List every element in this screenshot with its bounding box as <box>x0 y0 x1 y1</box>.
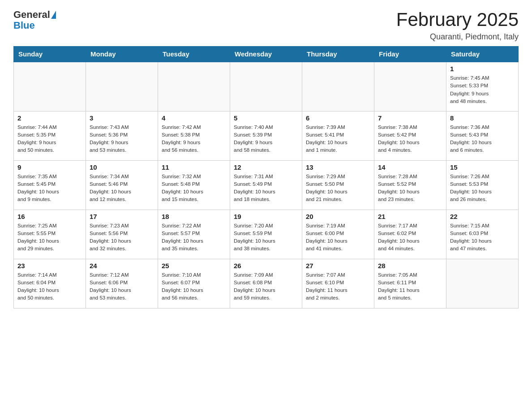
calendar-week-row: 2Sunrise: 7:44 AM Sunset: 5:35 PM Daylig… <box>14 111 519 160</box>
day-number: 15 <box>450 163 515 171</box>
day-number: 24 <box>90 262 154 270</box>
day-info: Sunrise: 7:25 AM Sunset: 5:55 PM Dayligh… <box>17 222 82 253</box>
day-info: Sunrise: 7:39 AM Sunset: 5:41 PM Dayligh… <box>306 124 370 154</box>
day-number: 19 <box>234 213 298 220</box>
day-info: Sunrise: 7:05 AM Sunset: 6:11 PM Dayligh… <box>378 271 442 302</box>
day-info: Sunrise: 7:12 AM Sunset: 6:06 PM Dayligh… <box>90 271 154 302</box>
calendar-week-row: 1Sunrise: 7:45 AM Sunset: 5:33 PM Daylig… <box>14 62 519 111</box>
day-number: 8 <box>450 114 515 122</box>
table-row: 10Sunrise: 7:34 AM Sunset: 5:46 PM Dayli… <box>86 160 158 210</box>
day-info: Sunrise: 7:28 AM Sunset: 5:52 PM Dayligh… <box>378 173 442 204</box>
header-thursday: Thursday <box>302 47 374 62</box>
calendar-week-row: 16Sunrise: 7:25 AM Sunset: 5:55 PM Dayli… <box>14 210 519 259</box>
table-row: 11Sunrise: 7:32 AM Sunset: 5:48 PM Dayli… <box>158 160 230 210</box>
day-number: 6 <box>306 114 370 122</box>
table-row: 14Sunrise: 7:28 AM Sunset: 5:52 PM Dayli… <box>374 160 446 210</box>
day-info: Sunrise: 7:14 AM Sunset: 6:04 PM Dayligh… <box>17 271 82 302</box>
table-row: 9Sunrise: 7:35 AM Sunset: 5:45 PM Daylig… <box>14 160 86 210</box>
location-subtitle: Quaranti, Piedmont, Italy <box>396 32 519 42</box>
table-row: 24Sunrise: 7:12 AM Sunset: 6:06 PM Dayli… <box>86 259 158 308</box>
logo-triangle-icon <box>51 11 56 19</box>
day-info: Sunrise: 7:09 AM Sunset: 6:08 PM Dayligh… <box>234 271 298 302</box>
table-row: 7Sunrise: 7:38 AM Sunset: 5:42 PM Daylig… <box>374 111 446 160</box>
day-info: Sunrise: 7:32 AM Sunset: 5:48 PM Dayligh… <box>162 173 226 204</box>
header-wednesday: Wednesday <box>230 47 302 62</box>
day-number: 18 <box>162 213 226 220</box>
day-number: 9 <box>17 163 82 171</box>
day-number: 14 <box>378 163 442 171</box>
day-number: 21 <box>378 213 442 220</box>
table-row: 6Sunrise: 7:39 AM Sunset: 5:41 PM Daylig… <box>302 111 374 160</box>
day-info: Sunrise: 7:34 AM Sunset: 5:46 PM Dayligh… <box>90 173 154 204</box>
day-info: Sunrise: 7:07 AM Sunset: 6:10 PM Dayligh… <box>306 271 370 302</box>
day-number: 20 <box>306 213 370 220</box>
table-row: 23Sunrise: 7:14 AM Sunset: 6:04 PM Dayli… <box>14 259 86 308</box>
day-number: 23 <box>17 262 82 270</box>
day-info: Sunrise: 7:45 AM Sunset: 5:33 PM Dayligh… <box>450 74 515 105</box>
day-info: Sunrise: 7:23 AM Sunset: 5:56 PM Dayligh… <box>90 222 154 253</box>
table-row: 3Sunrise: 7:43 AM Sunset: 5:36 PM Daylig… <box>86 111 158 160</box>
day-info: Sunrise: 7:36 AM Sunset: 5:43 PM Dayligh… <box>450 124 515 154</box>
table-row <box>14 62 86 111</box>
day-number: 10 <box>90 163 154 171</box>
table-row: 8Sunrise: 7:36 AM Sunset: 5:43 PM Daylig… <box>446 111 519 160</box>
page-header: General Blue February 2025 Quaranti, Pie… <box>13 9 519 42</box>
day-info: Sunrise: 7:10 AM Sunset: 6:07 PM Dayligh… <box>162 271 226 302</box>
header-monday: Monday <box>86 47 158 62</box>
day-number: 27 <box>306 262 370 270</box>
table-row: 5Sunrise: 7:40 AM Sunset: 5:39 PM Daylig… <box>230 111 302 160</box>
day-number: 28 <box>378 262 442 270</box>
day-number: 26 <box>234 262 298 270</box>
table-row: 21Sunrise: 7:17 AM Sunset: 6:02 PM Dayli… <box>374 210 446 259</box>
day-number: 3 <box>90 114 154 122</box>
table-row: 27Sunrise: 7:07 AM Sunset: 6:10 PM Dayli… <box>302 259 374 308</box>
day-number: 2 <box>17 114 82 122</box>
day-number: 22 <box>450 213 515 220</box>
table-row <box>446 259 519 308</box>
calendar-week-row: 9Sunrise: 7:35 AM Sunset: 5:45 PM Daylig… <box>14 160 519 210</box>
day-info: Sunrise: 7:31 AM Sunset: 5:49 PM Dayligh… <box>234 173 298 204</box>
day-info: Sunrise: 7:44 AM Sunset: 5:35 PM Dayligh… <box>17 124 82 154</box>
logo: General Blue <box>13 9 56 31</box>
table-row <box>302 62 374 111</box>
day-number: 17 <box>90 213 154 220</box>
table-row: 12Sunrise: 7:31 AM Sunset: 5:49 PM Dayli… <box>230 160 302 210</box>
day-info: Sunrise: 7:20 AM Sunset: 5:59 PM Dayligh… <box>234 222 298 253</box>
table-row: 25Sunrise: 7:10 AM Sunset: 6:07 PM Dayli… <box>158 259 230 308</box>
month-title: February 2025 <box>396 9 519 30</box>
day-number: 5 <box>234 114 298 122</box>
day-number: 4 <box>162 114 226 122</box>
day-number: 7 <box>378 114 442 122</box>
day-info: Sunrise: 7:38 AM Sunset: 5:42 PM Dayligh… <box>378 124 442 154</box>
logo-blue-text: Blue <box>13 20 56 31</box>
table-row <box>374 62 446 111</box>
day-info: Sunrise: 7:40 AM Sunset: 5:39 PM Dayligh… <box>234 124 298 154</box>
day-info: Sunrise: 7:35 AM Sunset: 5:45 PM Dayligh… <box>17 173 82 204</box>
header-tuesday: Tuesday <box>158 47 230 62</box>
title-section: February 2025 Quaranti, Piedmont, Italy <box>396 9 519 42</box>
day-number: 12 <box>234 163 298 171</box>
weekday-header-row: Sunday Monday Tuesday Wednesday Thursday… <box>14 47 519 62</box>
table-row: 17Sunrise: 7:23 AM Sunset: 5:56 PM Dayli… <box>86 210 158 259</box>
table-row <box>86 62 158 111</box>
day-info: Sunrise: 7:29 AM Sunset: 5:50 PM Dayligh… <box>306 173 370 204</box>
day-info: Sunrise: 7:22 AM Sunset: 5:57 PM Dayligh… <box>162 222 226 253</box>
day-info: Sunrise: 7:42 AM Sunset: 5:38 PM Dayligh… <box>162 124 226 154</box>
day-info: Sunrise: 7:43 AM Sunset: 5:36 PM Dayligh… <box>90 124 154 154</box>
table-row: 18Sunrise: 7:22 AM Sunset: 5:57 PM Dayli… <box>158 210 230 259</box>
day-number: 13 <box>306 163 370 171</box>
table-row: 20Sunrise: 7:19 AM Sunset: 6:00 PM Dayli… <box>302 210 374 259</box>
table-row <box>230 62 302 111</box>
table-row: 16Sunrise: 7:25 AM Sunset: 5:55 PM Dayli… <box>14 210 86 259</box>
day-info: Sunrise: 7:15 AM Sunset: 6:03 PM Dayligh… <box>450 222 515 253</box>
header-saturday: Saturday <box>446 47 519 62</box>
table-row: 22Sunrise: 7:15 AM Sunset: 6:03 PM Dayli… <box>446 210 519 259</box>
table-row: 26Sunrise: 7:09 AM Sunset: 6:08 PM Dayli… <box>230 259 302 308</box>
header-friday: Friday <box>374 47 446 62</box>
table-row: 19Sunrise: 7:20 AM Sunset: 5:59 PM Dayli… <box>230 210 302 259</box>
day-number: 11 <box>162 163 226 171</box>
day-info: Sunrise: 7:17 AM Sunset: 6:02 PM Dayligh… <box>378 222 442 253</box>
day-number: 16 <box>17 213 82 220</box>
table-row: 4Sunrise: 7:42 AM Sunset: 5:38 PM Daylig… <box>158 111 230 160</box>
table-row: 1Sunrise: 7:45 AM Sunset: 5:33 PM Daylig… <box>446 62 519 111</box>
